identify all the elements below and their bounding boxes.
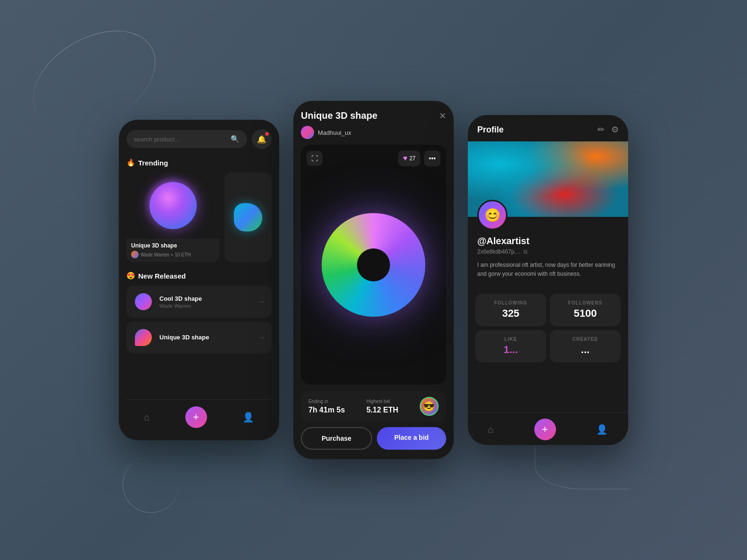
- expand-button[interactable]: ⛶: [307, 151, 323, 166]
- created-label: CREATED: [556, 337, 614, 342]
- teal-blob-art: [234, 203, 262, 231]
- arrow-icon-1: →: [257, 297, 265, 306]
- following-value: 325: [482, 307, 540, 320]
- profile-avatar-wrap: 😊: [477, 200, 507, 230]
- search-row: search product... 🔍 🔔: [126, 129, 272, 149]
- plus-icon-3: +: [542, 423, 548, 436]
- hook-thumb-art: [135, 329, 152, 346]
- avatar-emoji: 😊: [484, 207, 501, 223]
- nft-image-container: ⛶ ♥ 27 •••: [301, 145, 446, 385]
- plus-icon-1: +: [193, 411, 199, 423]
- highest-bid-value: 5.12 ETH: [366, 406, 398, 414]
- copy-icon[interactable]: ⧉: [523, 248, 528, 255]
- profile-bottom-nav: ⌂ + 👤: [468, 412, 628, 445]
- dot-separator: •: [171, 252, 173, 257]
- modal-title: Unique 3D shape: [301, 110, 377, 121]
- new-released-section: Cool 3D shape Wade Warren → Unique 3D sh…: [126, 286, 272, 399]
- search-placeholder: search product...: [134, 136, 180, 143]
- trending-card-1-image: [126, 173, 220, 239]
- like-value: 1...: [482, 344, 540, 356]
- list-info-1: Cool 3D shape Wade Warren: [159, 295, 252, 309]
- trending-section-title: 🔥 Trending: [126, 158, 272, 167]
- profile-title: Profile: [477, 125, 504, 135]
- followers-stat-card: FOLLOWERS 5100: [550, 294, 621, 326]
- trending-grid: Unique 3D shape Wade Warren • 10 ETH: [126, 173, 272, 262]
- add-nav-button-1[interactable]: +: [185, 406, 207, 428]
- phone-2: Unique 3D shape ✕ Madhuui_ux ⛶: [293, 101, 454, 459]
- created-stat-card: CREATED ...: [550, 330, 621, 362]
- bid-info-row: Ending in 7h 41m 5s Highest bid 5.12 ETH: [301, 391, 446, 421]
- image-controls: ⛶ ♥ 27 •••: [307, 150, 440, 166]
- heart-icon: ♥: [403, 154, 407, 163]
- new-released-label: New Released: [138, 272, 186, 280]
- spiky-ball-art: [149, 182, 197, 229]
- followers-value: 5100: [556, 307, 614, 320]
- profile-nav-icon-1[interactable]: 👤: [242, 412, 254, 423]
- trending-card-1-info: Unique 3D shape Wade Warren • 10 ETH: [126, 239, 220, 262]
- profile-header-bar: Profile ✏ ⚙: [468, 115, 628, 141]
- price-1: 10 ETH: [174, 252, 191, 257]
- bell-icon: 🔔: [257, 135, 266, 144]
- trending-card-1[interactable]: Unique 3D shape Wade Warren • 10 ETH: [126, 173, 220, 262]
- close-button[interactable]: ✕: [439, 111, 446, 121]
- settings-icon[interactable]: ⚙: [611, 124, 619, 135]
- trending-emoji: 🔥: [126, 158, 135, 167]
- ending-time: 7h 41m 5s: [308, 406, 345, 414]
- search-icon: 🔍: [231, 135, 240, 143]
- modal-user-row: Madhuui_ux: [301, 126, 446, 139]
- home-nav-icon-1[interactable]: ⌂: [144, 412, 149, 423]
- list-thumb-1: [133, 291, 154, 312]
- trending-card-1-meta: Wade Warren • 10 ETH: [131, 251, 215, 258]
- new-released-emoji: 😍: [126, 272, 135, 280]
- arrow-icon-2: →: [257, 333, 265, 342]
- list-info-2: Unique 3D shape: [159, 334, 252, 342]
- stats-grid: FOLLOWING 325 FOLLOWERS 5100: [468, 294, 628, 330]
- torus-inner: [357, 248, 390, 281]
- header-icons: ✏ ⚙: [598, 124, 619, 135]
- more-button[interactable]: •••: [424, 150, 440, 166]
- ending-block: Ending in 7h 41m 5s: [308, 399, 345, 414]
- modal-header: Unique 3D shape ✕: [301, 110, 446, 121]
- artist-avatar-1: [131, 251, 139, 258]
- expand-icon: ⛶: [311, 155, 318, 162]
- home-nav-icon-3[interactable]: ⌂: [488, 424, 494, 435]
- profile-nav-icon-3[interactable]: 👤: [596, 424, 608, 435]
- notification-button[interactable]: 🔔: [252, 129, 272, 149]
- bottom-stats-grid: LIKE 1... CREATED ...: [468, 330, 628, 366]
- trending-card-2-partial[interactable]: [224, 173, 272, 262]
- modal-user-name: Madhuui_ux: [318, 129, 351, 136]
- highest-bid-block: Highest bid 5.12 ETH: [366, 399, 398, 414]
- modal-title-block: Unique 3D shape: [301, 110, 377, 121]
- purchase-button[interactable]: Purchase: [301, 427, 372, 450]
- place-bid-button[interactable]: Place a bid: [377, 427, 446, 450]
- artist-name-1: Wade Warren: [141, 252, 169, 257]
- edit-icon[interactable]: ✏: [598, 124, 605, 135]
- notification-dot: [265, 132, 269, 136]
- bidder-avatar: [420, 397, 439, 416]
- like-button[interactable]: ♥ 27: [398, 150, 420, 166]
- torus-outer: [322, 213, 425, 317]
- bottom-nav-1: ⌂ + 👤: [126, 399, 272, 431]
- profile-username: @Alexartist: [477, 236, 619, 247]
- profile-bio: I am professional nft artist, now days f…: [477, 261, 619, 279]
- like-count: 27: [409, 155, 415, 162]
- phone-3: Profile ✏ ⚙ 😊 @Alexartist 2x6: [468, 115, 628, 445]
- created-value: ...: [556, 344, 614, 356]
- profile-wallet: 2x6e8kdb467p.... ⧉: [477, 248, 619, 255]
- search-bar[interactable]: search product... 🔍: [126, 130, 247, 148]
- following-label: FOLLOWING: [482, 300, 540, 305]
- list-item-1[interactable]: Cool 3D shape Wade Warren →: [126, 286, 272, 318]
- highest-bid-label: Highest bid: [366, 399, 398, 404]
- torus-thumb-art: [135, 293, 152, 310]
- phone-1: search product... 🔍 🔔 🔥 Trending: [119, 120, 279, 440]
- list-title-1: Cool 3D shape: [159, 295, 252, 302]
- list-title-2: Unique 3D shape: [159, 334, 252, 341]
- trending-card-1-title: Unique 3D shape: [131, 242, 215, 249]
- like-label: LIKE: [482, 337, 540, 342]
- phones-container: search product... 🔍 🔔 🔥 Trending: [119, 101, 628, 459]
- followers-label: FOLLOWERS: [556, 300, 614, 305]
- list-thumb-2: [133, 327, 154, 348]
- add-nav-button-3[interactable]: +: [534, 419, 556, 440]
- list-item-2[interactable]: Unique 3D shape →: [126, 321, 272, 354]
- ending-label: Ending in: [308, 399, 345, 404]
